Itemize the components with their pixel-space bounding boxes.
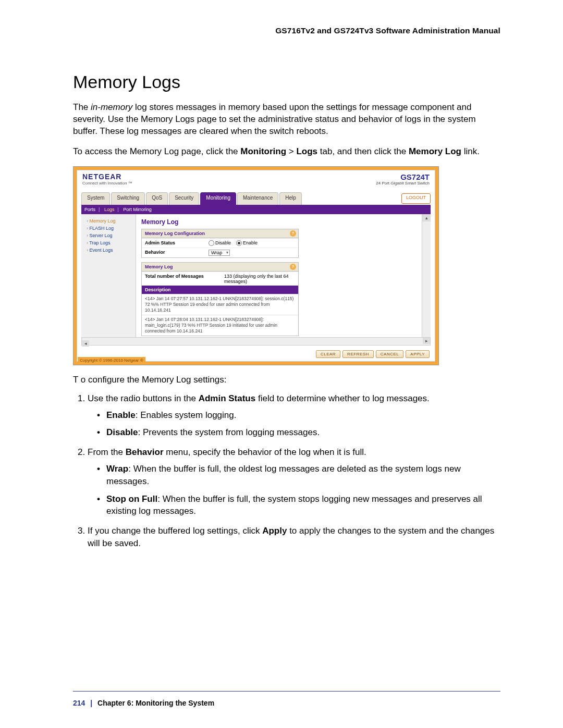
sub-nav: Ports| Logs| Port Mirroring (81, 205, 431, 214)
horizontal-scrollbar[interactable]: ◂ ▸ (81, 337, 431, 346)
cancel-button[interactable]: CANCEL (376, 350, 403, 358)
step-3: If you change the buffered log settings,… (88, 525, 500, 550)
total-messages-value: 133 (displaying only the last 64 message… (221, 272, 298, 286)
tab-security[interactable]: Security (169, 192, 199, 205)
log-row: <14> Jan 14 07:27:57 10.131.12.162-1 UNK… (142, 294, 298, 315)
sidebar-item-server-log[interactable]: Server Log (83, 232, 133, 239)
tab-maintenance[interactable]: Maintenance (237, 192, 278, 205)
brand-logo: NETGEAR (82, 172, 121, 181)
radio-disable[interactable] (209, 240, 214, 246)
subnav-logs[interactable]: Logs (104, 207, 115, 212)
bullet-stop-on-full: Stop on Full: When the buffer is full, t… (97, 493, 500, 518)
step-1: Use the radio buttons in the Admin Statu… (88, 392, 500, 439)
intro-paragraph-1: The in-memory log stores messages in mem… (73, 102, 500, 138)
refresh-button[interactable]: REFRESH (342, 350, 374, 358)
radio-enable[interactable] (236, 240, 242, 246)
scroll-up-icon[interactable]: ▴ (422, 214, 431, 221)
intro-paragraph-2: To access the Memory Log page, click the… (73, 146, 500, 158)
behavior-select[interactable]: Wrap (209, 250, 230, 256)
brand-tagline: Connect with Innovation ™ (82, 181, 132, 186)
scroll-left-icon[interactable]: ◂ (82, 340, 89, 347)
page-title: Memory Logs (73, 72, 500, 92)
behavior-label: Behavior (142, 248, 205, 257)
steps-list: Use the radio buttons in the Admin Statu… (73, 392, 500, 550)
tab-switching[interactable]: Switching (111, 192, 145, 205)
sidebar-item-memory-log[interactable]: Memory Log (83, 217, 133, 225)
panel-config: Memory Log Configuration? Admin Status D… (141, 229, 299, 258)
model-sublabel: 24 Port Gigabit Smart Switch (376, 181, 430, 186)
panel-log: Memory Log? Total number of Messages 133… (141, 262, 299, 336)
total-messages-label: Total number of Messages (142, 272, 221, 286)
copyright-text: Copyright © 1996-2010 Netgear ® (78, 357, 145, 364)
running-header: GS716Tv2 and GS724Tv3 Software Administr… (73, 26, 500, 35)
vertical-scrollbar[interactable]: ▴ ▾ (422, 214, 431, 346)
subnav-ports[interactable]: Ports (84, 207, 95, 212)
configure-intro: T o configure the Memory Log settings: (73, 375, 500, 385)
page-footer: 214 | Chapter 6: Monitoring the System (73, 699, 214, 707)
sidebar: Memory Log FLASH Log Server Log Trap Log… (81, 214, 136, 346)
step-2: From the Behavior menu, specify the beha… (88, 446, 500, 517)
main-tabs: System Switching QoS Security Monitoring… (81, 192, 431, 205)
log-row: <14> Jan 14 07:28:04 10.131.12.162-1 UNK… (142, 315, 298, 336)
sidebar-item-trap-logs[interactable]: Trap Logs (83, 239, 133, 246)
apply-button[interactable]: APPLY (406, 350, 430, 358)
bullet-wrap: Wrap: When the buffer is full, the oldes… (97, 463, 500, 488)
admin-status-label: Admin Status (142, 239, 205, 248)
description-header: Description (142, 286, 298, 294)
help-icon[interactable]: ? (290, 230, 296, 237)
tab-qos[interactable]: QoS (146, 192, 168, 205)
bullet-enable: Enable: Enables system logging. (97, 409, 500, 422)
logout-button[interactable]: LOGOUT (401, 193, 431, 204)
embedded-screenshot: NETGEAR Connect with Innovation ™ GS724T… (73, 166, 439, 365)
tab-help[interactable]: Help (279, 192, 302, 205)
sidebar-item-flash-log[interactable]: FLASH Log (83, 225, 133, 232)
help-icon[interactable]: ? (290, 264, 296, 270)
model-label: GS724T (400, 172, 430, 181)
bullet-disable: Disable: Prevents the system from loggin… (97, 426, 500, 439)
tab-system[interactable]: System (81, 192, 110, 205)
clear-button[interactable]: CLEAR (316, 350, 340, 358)
footer-rule (73, 691, 500, 692)
content-heading: Memory Log (141, 218, 427, 226)
scroll-right-icon[interactable]: ▸ (423, 338, 430, 344)
tab-monitoring[interactable]: Monitoring (200, 192, 236, 205)
subnav-port-mirroring[interactable]: Port Mirroring (123, 207, 152, 212)
sidebar-item-event-logs[interactable]: Event Logs (83, 246, 133, 254)
